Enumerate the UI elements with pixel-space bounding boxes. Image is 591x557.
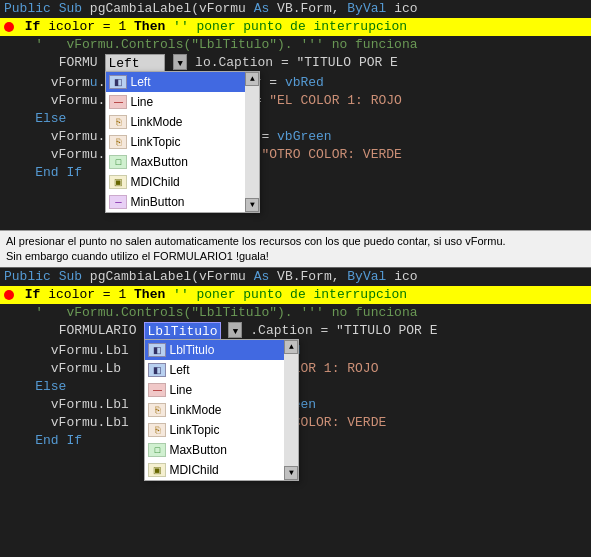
form1-text: FORMULARIO <box>59 323 137 338</box>
top-highlight-line: If icolor = 1 Then '' poner punto de int… <box>0 18 591 36</box>
comment-top: '' poner punto de interrupcion <box>173 19 407 34</box>
dropdown-item-line-bot[interactable]: — Line <box>145 380 298 400</box>
icon-lbltitulo-bot: ◧ <box>148 343 166 357</box>
dropdown-scrollbar-bot[interactable]: ▲ ▼ <box>284 340 298 480</box>
dropdown-item-linktopic-top[interactable]: ⎘ LinkTopic <box>106 132 259 152</box>
kw-byval-bot: ByVal <box>347 269 386 284</box>
dropdown-item-left-bot[interactable]: ◧ Left <box>145 360 298 380</box>
info-line2: Sin embargo cuando utilizo el FORMULARIO… <box>6 249 585 264</box>
info-box: Al presionar el punto no salen automatic… <box>0 230 591 268</box>
dropdown-item-mdichild-bot[interactable]: ▣ MDIChild <box>145 460 298 480</box>
kw-formu: FORMU <box>59 55 98 70</box>
kw-then: Then <box>134 19 165 34</box>
icon-mdichild-bot: ▣ <box>148 463 166 477</box>
kw-as-bot: As <box>254 269 270 284</box>
icon-left-bot: ◧ <box>148 363 166 377</box>
bottom-code-panel: Public Sub pgCambiaLabel(vFormu As VB.Fo… <box>0 268 591 557</box>
comment-vformu: ' vFormu.Controls("LblTitulo"). ''' no f… <box>35 37 417 52</box>
icon-linktopic-top: ⎘ <box>109 135 127 149</box>
kw-vbred: vbRed <box>285 75 324 90</box>
icon-left-top: ◧ <box>109 75 127 89</box>
dropdown-item-linktopic-bot[interactable]: ⎘ LinkTopic <box>145 420 298 440</box>
bot-line-sub: Public Sub pgCambiaLabel(vFormu As VB.Fo… <box>0 268 591 286</box>
comment-bot: '' poner punto de interrupcion <box>173 287 407 302</box>
top-code-panel: Public Sub pgCambiaLabel(vFormu As VB.Fo… <box>0 0 591 230</box>
dropdown-item-left-top[interactable]: ◧ Left <box>106 72 259 92</box>
dropdown-item-maxbutton-top[interactable]: □ MaxButton <box>106 152 259 172</box>
info-line1: Al presionar el punto no salen automatic… <box>6 234 585 249</box>
icon-line-top: — <box>109 95 127 109</box>
scroll-track-bot <box>284 354 298 466</box>
kw-else-top: Else <box>35 111 66 126</box>
dropdown-item-line-top[interactable]: — Line <box>106 92 259 112</box>
kw-if-end-top: If <box>66 165 82 180</box>
top-caption2-line: vFormu. .aption = "OTRO COLOR: VERDE <box>0 146 591 164</box>
kw-then-bot: Then <box>134 287 165 302</box>
kw-else-bot: Else <box>35 379 66 394</box>
icon-mdichild-top: ▣ <box>109 175 127 189</box>
top-recolor1-line: vFormu. .oreColor = vbRed <box>0 74 591 92</box>
top-comment-line: ' vFormu.Controls("LblTitulo"). ''' no f… <box>0 36 591 54</box>
kw-end-top: End <box>35 165 58 180</box>
kw-if-end-bot: If <box>66 433 82 448</box>
red-dot-top <box>4 22 14 32</box>
icon-maxbutton-top: □ <box>109 155 127 169</box>
comment-vformu-bot: ' vFormu.Controls("LblTitulo"). ''' no f… <box>35 305 417 320</box>
icon-minbutton-top: ─ <box>109 195 127 209</box>
autocomplete-dropdown-bot[interactable]: ◧ LblTitulo ◧ Left — Line ⎘ LinkMode ⎘ <box>144 339 299 481</box>
kw-if: If <box>25 19 41 34</box>
scroll-down-top[interactable]: ▼ <box>245 198 259 212</box>
str-verde: "OTRO COLOR: VERDE <box>261 147 401 162</box>
bot-comment-line: ' vFormu.Controls("LblTitulo"). ''' no f… <box>0 304 591 322</box>
icon-linktopic-bot: ⎘ <box>148 423 166 437</box>
kw-byval: ByVal <box>347 1 386 16</box>
top-line-sub: Public Sub pgCambiaLabel(vFormu As VB.Fo… <box>0 0 591 18</box>
kw-sub: Sub <box>59 1 82 16</box>
icon-linkmode-top: ⎘ <box>109 115 127 129</box>
top-vformu-line: FORMU Left ▼ ◧ Left — Line ⎘ L <box>0 54 591 74</box>
autocomplete-dropdown-top[interactable]: ◧ Left — Line ⎘ LinkMode ⎘ LinkTopic □ <box>105 71 260 213</box>
scroll-up-top[interactable]: ▲ <box>245 72 259 86</box>
top-else-line: Else <box>0 110 591 128</box>
bot-form1-line: FORMULARIO LblTitulo ▼ ◧ LblTitulo ◧ Lef… <box>0 322 591 342</box>
scroll-down-bot[interactable]: ▼ <box>284 466 298 480</box>
scroll-up-bot[interactable]: ▲ <box>284 340 298 354</box>
red-dot-bot <box>4 290 14 300</box>
kw-vbgreen: vbGreen <box>277 129 332 144</box>
kw-sub-bot: Sub <box>59 269 82 284</box>
kw-as: As <box>254 1 270 16</box>
dropdown-scrollbar-top[interactable]: ▲ ▼ <box>245 72 259 212</box>
kw-vformu: u <box>90 75 98 90</box>
dropdown-item-linkmode-bot[interactable]: ⎘ LinkMode <box>145 400 298 420</box>
icon-line-bot: — <box>148 383 166 397</box>
dropdown-item-maxbutton-bot[interactable]: □ MaxButton <box>145 440 298 460</box>
dropdown-item-minbutton-top[interactable]: ─ MinButton <box>106 192 259 212</box>
icon-maxbutton-bot: □ <box>148 443 166 457</box>
kw-public: Public <box>4 1 51 16</box>
top-caption1-line: vFormu. .Caption = "EL COLOR 1: ROJO <box>0 92 591 110</box>
top-recolor2-line: vFormu. .oreColor = vbGreen <box>0 128 591 146</box>
icon-linkmode-bot: ⎘ <box>148 403 166 417</box>
dropdown-item-mdichild-top[interactable]: ▣ MDIChild <box>106 172 259 192</box>
kw-end-bot: End <box>35 433 58 448</box>
bot-highlight-line: If icolor = 1 Then '' poner punto de int… <box>0 286 591 304</box>
kw-if-bot: If <box>25 287 41 302</box>
str-color1: "EL COLOR 1: ROJO <box>269 93 402 108</box>
top-endif-line: End If <box>0 164 591 182</box>
scroll-track-top <box>245 86 259 198</box>
dropdown-item-linkmode-top[interactable]: ⎘ LinkMode <box>106 112 259 132</box>
dropdown-item-lbltitulo-bot[interactable]: ◧ LblTitulo <box>145 340 298 360</box>
kw-public-bot: Public <box>4 269 51 284</box>
